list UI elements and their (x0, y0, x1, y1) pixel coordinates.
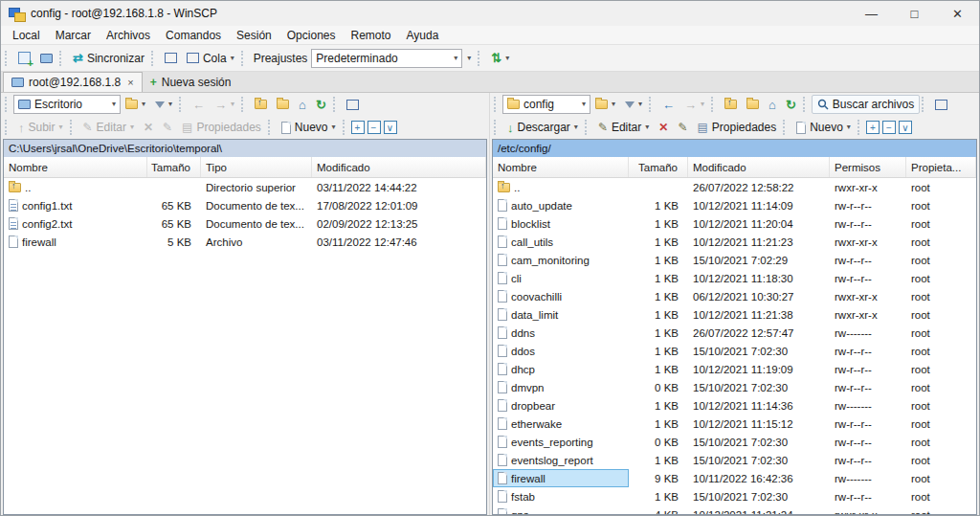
remote-invert-selection-button[interactable]: ∨ (899, 121, 912, 134)
remote-edit-label: Editar (612, 121, 641, 134)
right-file-row-blocklist[interactable]: blocklist1 KB10/12/2021 11:20:04rw-r--r-… (493, 214, 976, 233)
local-drive-combobox[interactable]: Escritorio ▾ (13, 95, 121, 114)
local-refresh-button[interactable]: ↻ (311, 96, 331, 114)
local-properties-button[interactable]: ▤ Propiedades (177, 118, 266, 137)
local-root-dir-button[interactable] (272, 97, 294, 112)
session-manager-button[interactable] (13, 49, 35, 67)
right-file-row-firewall[interactable]: firewall9 KB10/11/2022 16:42:36rw-------… (493, 469, 976, 487)
menu-item-remoto[interactable]: Remoto (343, 26, 398, 45)
left-header-size[interactable]: Tamaño (147, 157, 201, 177)
local-edit-button[interactable]: ✎ Editar ▾ (78, 118, 139, 137)
right-file-row-eventslog_report[interactable]: eventslog_report1 KB15/10/2021 7:02:30rw… (493, 451, 976, 469)
local-open-dir-button[interactable]: ▾ (121, 97, 150, 112)
right-file-row-dropbear[interactable]: dropbear1 KB10/12/2021 11:14:36rw-------… (493, 396, 976, 415)
menu-item-opciones[interactable]: Opciones (279, 26, 344, 45)
queue-button[interactable]: Cola ▾ (182, 49, 239, 68)
right-header-permissions[interactable]: Permisos (830, 157, 906, 177)
remote-properties-button[interactable]: ▤ Propiedades (692, 118, 781, 137)
remote-path-bar[interactable]: /etc/config/ (493, 140, 976, 157)
mirror-panels-button[interactable] (160, 50, 182, 66)
close-tab-icon[interactable]: × (127, 77, 133, 88)
right-file-row-..[interactable]: ..26/07/2022 12:58:22rwxr-xr-xroot (493, 178, 976, 196)
remote-new-button[interactable]: Nuevo ▾ (791, 118, 856, 137)
right-file-row-events_reporting[interactable]: events_reporting0 KB15/10/2021 7:02:30rw… (493, 433, 976, 451)
session-tab-active[interactable]: root@192.168.1.8 × (3, 72, 143, 92)
remote-panel-options-button[interactable] (930, 97, 952, 113)
right-file-row-call_utils[interactable]: call_utils1 KB10/12/2021 11:21:23rwxr-xr… (493, 233, 976, 251)
upload-button[interactable]: ↑ Subir ▾ (13, 118, 68, 137)
file-icon (498, 236, 507, 248)
remote-root-dir-button[interactable] (742, 97, 764, 112)
maximize-button[interactable]: □ (893, 1, 936, 26)
local-path-bar[interactable]: C:\Users\jrsal\OneDrive\Escritorio\tempo… (4, 140, 486, 157)
local-rename-button[interactable]: ✎ (158, 119, 177, 136)
local-forward-button[interactable]: →▾ (210, 96, 239, 114)
left-file-row-config1.txt[interactable]: config1.txt65 KBDocumento de tex...17/08… (4, 196, 486, 214)
remote-back-button[interactable]: ← (657, 96, 679, 114)
right-header-name[interactable]: Nombre (493, 157, 629, 177)
menu-item-sesión[interactable]: Sesión (229, 26, 279, 45)
close-button[interactable]: ✕ (936, 1, 979, 26)
right-file-row-cli[interactable]: cli1 KB10/12/2021 11:18:30rw-r--r--root (493, 269, 976, 287)
menu-item-archivos[interactable]: Archivos (99, 26, 158, 45)
right-file-row-data_limit[interactable]: data_limit1 KB10/12/2021 11:21:38rwxr-xr… (493, 305, 976, 324)
right-file-row-ddos[interactable]: ddos1 KB15/10/2021 7:02:30rw-r--r--root (493, 342, 976, 360)
local-new-button[interactable]: Nuevo ▾ (277, 118, 341, 137)
presets-dropdown-button[interactable]: ▾ (462, 52, 476, 65)
left-header-modified[interactable]: Modificado (312, 157, 486, 177)
right-file-row-cam_monitoring[interactable]: cam_monitoring1 KB15/10/2021 7:02:29rw-r… (493, 251, 976, 269)
presets-value: Predeterminado (316, 52, 397, 65)
remote-delete-button[interactable]: ✕ (654, 119, 673, 136)
left-file-row-..[interactable]: ..Directorio superior03/11/2022 14:44:22 (4, 178, 486, 196)
left-file-row-firewall[interactable]: firewall5 KBArchivo03/11/2022 12:47:46 (4, 233, 486, 251)
remote-refresh-button[interactable]: ↻ (781, 96, 801, 114)
file-name: auto_update (511, 200, 572, 212)
right-file-row-fstab[interactable]: fstab1 KB15/10/2021 7:02:30rw-r--r--root (493, 487, 976, 505)
right-file-row-ddns[interactable]: ddns1 KB26/07/2022 12:57:47rw-------root (493, 324, 976, 342)
chevron-down-icon: ▾ (645, 123, 649, 131)
right-file-row-gps[interactable]: gps4 KB10/12/2021 11:21:24rwxr-xr-xroot (493, 505, 976, 514)
local-home-dir-button[interactable]: ⌂ (294, 96, 311, 114)
synchronize-button[interactable]: ⇄ Sincronizar (68, 49, 149, 68)
local-invert-selection-button[interactable]: ∨ (384, 121, 397, 134)
presets-combobox[interactable]: Predeterminado ▾ (311, 49, 462, 68)
right-file-row-dhcp[interactable]: dhcp1 KB10/12/2021 11:19:09rw-r--r--root (493, 360, 976, 378)
right-header-size[interactable]: Tamaño (629, 157, 688, 177)
local-panel-options-button[interactable] (342, 97, 364, 113)
remote-dir-combobox[interactable]: config ▾ (502, 95, 590, 114)
duplicate-session-button[interactable] (35, 51, 57, 66)
remote-select-minus-button[interactable]: − (882, 121, 896, 134)
remote-parent-dir-button[interactable] (720, 97, 742, 112)
right-file-row-etherwake[interactable]: etherwake1 KB10/12/2021 11:15:12rw-r--r-… (493, 415, 976, 433)
remote-forward-button[interactable]: →▾ (679, 96, 709, 114)
right-file-row-auto_update[interactable]: auto_update1 KB10/12/2021 11:14:09rw-r--… (493, 196, 976, 214)
menu-item-ayuda[interactable]: Ayuda (399, 26, 447, 45)
transfer-settings-button[interactable]: ⇅ ▾ (486, 49, 514, 67)
left-header-type[interactable]: Tipo (201, 157, 312, 177)
find-files-button[interactable]: Buscar archivos (812, 95, 920, 114)
remote-filter-button[interactable]: ▾ (620, 98, 647, 111)
remote-rename-button[interactable]: ✎ (673, 119, 692, 136)
menu-item-comandos[interactable]: Comandos (158, 26, 229, 45)
new-session-tab[interactable]: + Nueva sesión (143, 72, 239, 92)
local-delete-button[interactable]: ✕ (139, 119, 158, 136)
right-file-row-dmvpn[interactable]: dmvpn0 KB15/10/2021 7:02:30rw-r--r--root (493, 378, 976, 396)
right-header-owner[interactable]: Propieta... (906, 157, 976, 177)
remote-open-dir-button[interactable]: ▾ (590, 97, 620, 112)
download-button[interactable]: ↓ Descargar ▾ (502, 118, 583, 137)
local-select-plus-button[interactable]: + (351, 121, 365, 134)
local-filter-button[interactable]: ▾ (150, 98, 177, 111)
menu-item-marcar[interactable]: Marcar (48, 26, 99, 45)
local-select-minus-button[interactable]: − (368, 121, 381, 134)
minimize-button[interactable]: — (850, 1, 893, 26)
remote-home-dir-button[interactable]: ⌂ (764, 96, 781, 114)
local-back-button[interactable]: ← (188, 96, 210, 114)
right-file-row-coovachilli[interactable]: coovachilli1 KB06/12/2021 10:30:27rwxr-x… (493, 287, 976, 305)
local-parent-dir-button[interactable] (250, 97, 272, 112)
right-header-modified[interactable]: Modificado (688, 157, 830, 177)
menu-item-local[interactable]: Local (5, 26, 48, 45)
left-file-row-config2.txt[interactable]: config2.txt65 KBDocumento de tex...02/09… (4, 214, 486, 233)
left-header-name[interactable]: Nombre (4, 157, 147, 177)
remote-edit-button[interactable]: ✎ Editar ▾ (593, 118, 654, 137)
remote-select-plus-button[interactable]: + (866, 121, 880, 134)
